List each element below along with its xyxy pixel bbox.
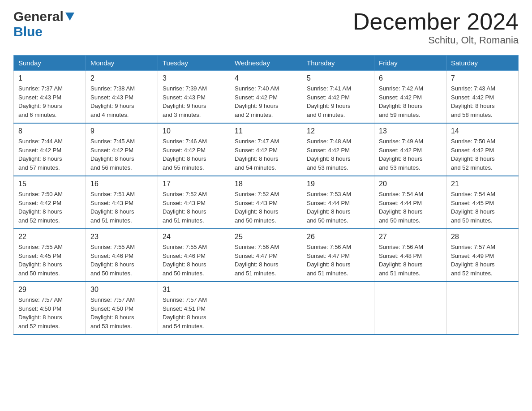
logo-blue-text: Blue [13, 24, 43, 39]
header-saturday: Saturday [446, 56, 519, 71]
calendar-day-cell [230, 282, 302, 334]
day-number: 6 [379, 74, 442, 82]
day-info: Sunrise: 7:52 AMSunset: 4:43 PMDaylight:… [235, 190, 297, 225]
calendar-day-cell: 21 Sunrise: 7:54 AMSunset: 4:45 PMDaylig… [446, 176, 519, 229]
calendar-week-row: 22 Sunrise: 7:55 AMSunset: 4:45 PMDaylig… [14, 229, 519, 282]
calendar-day-cell: 25 Sunrise: 7:56 AMSunset: 4:47 PMDaylig… [230, 229, 302, 282]
calendar-day-cell: 24 Sunrise: 7:55 AMSunset: 4:46 PMDaylig… [158, 229, 230, 282]
day-info: Sunrise: 7:47 AMSunset: 4:42 PMDaylight:… [235, 137, 297, 172]
day-info: Sunrise: 7:56 AMSunset: 4:47 PMDaylight:… [235, 243, 297, 278]
calendar-table: Sunday Monday Tuesday Wednesday Thursday… [13, 55, 519, 335]
calendar-day-cell: 15 Sunrise: 7:50 AMSunset: 4:42 PMDaylig… [14, 176, 86, 229]
calendar-day-cell: 13 Sunrise: 7:49 AMSunset: 4:42 PMDaylig… [374, 123, 446, 176]
day-number: 18 [235, 180, 297, 188]
day-number: 15 [18, 180, 81, 188]
day-number: 16 [90, 180, 153, 188]
calendar-week-row: 29 Sunrise: 7:57 AMSunset: 4:50 PMDaylig… [14, 282, 519, 334]
calendar-day-cell: 16 Sunrise: 7:51 AMSunset: 4:43 PMDaylig… [86, 176, 158, 229]
calendar-day-cell: 7 Sunrise: 7:43 AMSunset: 4:42 PMDayligh… [446, 71, 519, 124]
calendar-week-row: 15 Sunrise: 7:50 AMSunset: 4:42 PMDaylig… [14, 176, 519, 229]
calendar-day-cell: 19 Sunrise: 7:53 AMSunset: 4:44 PMDaylig… [302, 176, 374, 229]
calendar-day-cell: 20 Sunrise: 7:54 AMSunset: 4:44 PMDaylig… [374, 176, 446, 229]
calendar-day-cell: 17 Sunrise: 7:52 AMSunset: 4:43 PMDaylig… [158, 176, 230, 229]
calendar-day-cell: 30 Sunrise: 7:57 AMSunset: 4:50 PMDaylig… [86, 282, 158, 334]
day-number: 23 [90, 233, 153, 241]
day-info: Sunrise: 7:57 AMSunset: 4:51 PMDaylight:… [163, 295, 225, 330]
day-number: 10 [163, 127, 225, 135]
day-number: 29 [18, 286, 81, 294]
calendar-day-cell: 14 Sunrise: 7:50 AMSunset: 4:42 PMDaylig… [446, 123, 519, 176]
day-info: Sunrise: 7:52 AMSunset: 4:43 PMDaylight:… [163, 190, 225, 225]
calendar-day-cell [374, 282, 446, 334]
calendar-day-cell: 4 Sunrise: 7:40 AMSunset: 4:42 PMDayligh… [230, 71, 302, 124]
day-number: 9 [90, 127, 153, 135]
day-info: Sunrise: 7:54 AMSunset: 4:44 PMDaylight:… [379, 190, 442, 225]
day-number: 21 [451, 180, 514, 188]
day-number: 19 [307, 180, 369, 188]
calendar-day-cell: 2 Sunrise: 7:38 AMSunset: 4:43 PMDayligh… [86, 71, 158, 124]
day-info: Sunrise: 7:49 AMSunset: 4:42 PMDaylight:… [379, 137, 442, 172]
calendar-day-cell: 23 Sunrise: 7:55 AMSunset: 4:46 PMDaylig… [86, 229, 158, 282]
day-info: Sunrise: 7:39 AMSunset: 4:43 PMDaylight:… [163, 84, 225, 119]
day-number: 24 [163, 233, 225, 241]
calendar-day-cell: 9 Sunrise: 7:45 AMSunset: 4:42 PMDayligh… [86, 123, 158, 176]
day-number: 5 [307, 74, 369, 82]
day-info: Sunrise: 7:55 AMSunset: 4:46 PMDaylight:… [163, 243, 225, 278]
day-number: 28 [451, 233, 514, 241]
calendar-day-cell [302, 282, 374, 334]
calendar-day-cell: 28 Sunrise: 7:57 AMSunset: 4:49 PMDaylig… [446, 229, 519, 282]
header-thursday: Thursday [302, 56, 374, 71]
calendar-day-cell: 8 Sunrise: 7:44 AMSunset: 4:42 PMDayligh… [14, 123, 86, 176]
day-number: 22 [18, 233, 81, 241]
day-info: Sunrise: 7:45 AMSunset: 4:42 PMDaylight:… [90, 137, 153, 172]
day-info: Sunrise: 7:40 AMSunset: 4:42 PMDaylight:… [235, 84, 297, 119]
day-number: 25 [235, 233, 297, 241]
title-area: December 2024 Schitu, Olt, Romania [353, 9, 519, 46]
day-number: 27 [379, 233, 442, 241]
day-info: Sunrise: 7:57 AMSunset: 4:49 PMDaylight:… [451, 243, 514, 278]
day-info: Sunrise: 7:44 AMSunset: 4:42 PMDaylight:… [18, 137, 81, 172]
calendar-day-cell: 27 Sunrise: 7:56 AMSunset: 4:48 PMDaylig… [374, 229, 446, 282]
day-number: 8 [18, 127, 81, 135]
header-tuesday: Tuesday [158, 56, 230, 71]
day-info: Sunrise: 7:38 AMSunset: 4:43 PMDaylight:… [90, 84, 153, 119]
day-info: Sunrise: 7:48 AMSunset: 4:42 PMDaylight:… [307, 137, 369, 172]
day-info: Sunrise: 7:56 AMSunset: 4:48 PMDaylight:… [379, 243, 442, 278]
day-info: Sunrise: 7:53 AMSunset: 4:44 PMDaylight:… [307, 190, 369, 225]
calendar-week-row: 1 Sunrise: 7:37 AMSunset: 4:43 PMDayligh… [14, 71, 519, 124]
calendar-day-cell: 12 Sunrise: 7:48 AMSunset: 4:42 PMDaylig… [302, 123, 374, 176]
day-info: Sunrise: 7:55 AMSunset: 4:45 PMDaylight:… [18, 243, 81, 278]
calendar-day-cell: 6 Sunrise: 7:42 AMSunset: 4:42 PMDayligh… [374, 71, 446, 124]
calendar-day-cell: 5 Sunrise: 7:41 AMSunset: 4:42 PMDayligh… [302, 71, 374, 124]
header-friday: Friday [374, 56, 446, 71]
day-info: Sunrise: 7:56 AMSunset: 4:47 PMDaylight:… [307, 243, 369, 278]
month-title: December 2024 [353, 9, 519, 34]
calendar-day-cell: 1 Sunrise: 7:37 AMSunset: 4:43 PMDayligh… [14, 71, 86, 124]
page-header: General Blue December 2024 Schitu, Olt, … [13, 9, 519, 46]
day-number: 3 [163, 74, 225, 82]
calendar-day-cell: 29 Sunrise: 7:57 AMSunset: 4:50 PMDaylig… [14, 282, 86, 334]
calendar-day-cell [446, 282, 519, 334]
calendar-day-cell: 11 Sunrise: 7:47 AMSunset: 4:42 PMDaylig… [230, 123, 302, 176]
day-info: Sunrise: 7:37 AMSunset: 4:43 PMDaylight:… [18, 84, 81, 119]
calendar-day-cell: 31 Sunrise: 7:57 AMSunset: 4:51 PMDaylig… [158, 282, 230, 334]
day-number: 12 [307, 127, 369, 135]
logo-general-text: General [13, 9, 64, 24]
day-info: Sunrise: 7:42 AMSunset: 4:42 PMDaylight:… [379, 84, 442, 119]
day-info: Sunrise: 7:55 AMSunset: 4:46 PMDaylight:… [90, 243, 153, 278]
svg-marker-0 [65, 13, 74, 21]
day-number: 1 [18, 74, 81, 82]
calendar-day-cell: 10 Sunrise: 7:46 AMSunset: 4:42 PMDaylig… [158, 123, 230, 176]
day-info: Sunrise: 7:50 AMSunset: 4:42 PMDaylight:… [18, 190, 81, 225]
day-info: Sunrise: 7:46 AMSunset: 4:42 PMDaylight:… [163, 137, 225, 172]
day-info: Sunrise: 7:43 AMSunset: 4:42 PMDaylight:… [451, 84, 514, 119]
day-number: 7 [451, 74, 514, 82]
day-number: 2 [90, 74, 153, 82]
logo: General Blue [13, 9, 74, 39]
header-wednesday: Wednesday [230, 56, 302, 71]
day-number: 4 [235, 74, 297, 82]
day-number: 31 [163, 286, 225, 294]
location-text: Schitu, Olt, Romania [353, 34, 519, 46]
weekday-header-row: Sunday Monday Tuesday Wednesday Thursday… [14, 56, 519, 71]
day-info: Sunrise: 7:54 AMSunset: 4:45 PMDaylight:… [451, 190, 514, 225]
